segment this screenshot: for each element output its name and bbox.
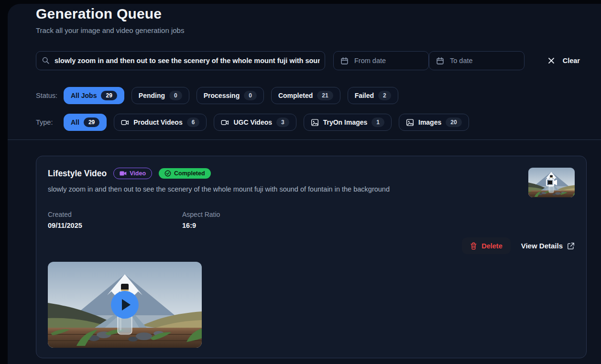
chip-count-badge: 1: [372, 118, 384, 127]
chip-count-badge: 3: [276, 118, 289, 127]
chip-count-badge: 6: [187, 118, 200, 127]
chip-label: UGC Videos: [233, 118, 272, 126]
delete-button[interactable]: Delete: [462, 237, 511, 254]
search-icon: [42, 56, 50, 64]
job-meta: Created 09/11/2025 Aspect Ratio 16:9: [48, 211, 575, 229]
delete-label: Delete: [481, 242, 503, 250]
status-filter-row: Status: All Jobs 29 Pending 0 Processing…: [36, 87, 587, 104]
chip-label: Product Videos: [133, 118, 182, 126]
to-date-input[interactable]: To date: [429, 51, 525, 70]
status-chip-failed[interactable]: Failed 2: [348, 87, 398, 104]
close-icon: [547, 57, 555, 64]
chip-count-badge: 29: [101, 91, 117, 100]
job-card: Lifestyle Video Video Completed sl: [36, 156, 587, 358]
video-icon: [221, 118, 229, 127]
job-thumbnail[interactable]: [528, 168, 575, 197]
clear-filters-button[interactable]: Clear: [547, 57, 587, 64]
video-icon: [120, 171, 127, 176]
status-chip-pending[interactable]: Pending 0: [131, 87, 189, 104]
job-title: Lifestyle Video: [48, 169, 107, 179]
external-link-icon: [567, 242, 575, 250]
type-chip-tryon-images[interactable]: TryOn Images 1: [304, 114, 392, 131]
created-label: Created: [48, 211, 182, 218]
play-icon: [122, 299, 131, 310]
video-preview[interactable]: [48, 262, 202, 348]
chip-label: All Jobs: [71, 92, 97, 99]
from-date-input[interactable]: From date: [333, 51, 429, 70]
job-description: slowly zoom in and then out to see the s…: [48, 185, 575, 193]
video-overlay-icon: [546, 178, 557, 187]
to-date-placeholder: To date: [450, 57, 473, 64]
view-details-label: View Details: [521, 242, 563, 250]
status-chip-all-jobs[interactable]: All Jobs 29: [64, 87, 124, 104]
job-type-badge: Video: [113, 168, 152, 179]
chip-label: Images: [418, 118, 441, 126]
filter-bar: From date To date Clear: [36, 51, 587, 70]
aspect-ratio-label: Aspect Ratio: [182, 211, 317, 218]
chip-count-badge: 20: [446, 118, 461, 127]
video-icon: [121, 118, 129, 127]
calendar-icon: [340, 57, 349, 65]
job-status-badge: Completed: [159, 168, 211, 179]
type-chip-product-videos[interactable]: Product Videos 6: [114, 114, 207, 131]
page-title: Generation Queue: [36, 6, 587, 22]
check-circle-icon: [164, 170, 171, 177]
image-icon: [311, 118, 319, 127]
chip-count-badge: 29: [84, 118, 99, 127]
badge-label: Video: [130, 170, 146, 177]
chip-count-badge: 21: [317, 91, 333, 100]
status-chip-completed[interactable]: Completed 21: [271, 87, 340, 104]
search-input[interactable]: [36, 51, 325, 70]
type-chip-all[interactable]: All 29: [64, 114, 107, 131]
page-subtitle: Track all your image and video generatio…: [36, 26, 587, 34]
type-row-label: Type:: [36, 118, 64, 126]
trash-icon: [470, 242, 477, 250]
created-value: 09/11/2025: [48, 222, 182, 229]
view-details-link[interactable]: View Details: [521, 242, 575, 250]
type-chip-ugc-videos[interactable]: UGC Videos 3: [214, 114, 296, 131]
chip-label: Processing: [204, 92, 240, 99]
generation-queue-page: Generation Queue Track all your image an…: [8, 4, 601, 364]
chip-label: Completed: [278, 92, 313, 99]
chip-count-badge: 2: [378, 91, 391, 100]
search-field: [36, 51, 325, 70]
clear-label: Clear: [563, 57, 580, 64]
chip-count-badge: 0: [169, 91, 182, 100]
job-actions: Delete View Details: [462, 237, 575, 254]
chip-label: All: [71, 118, 79, 126]
chip-label: TryOn Images: [323, 118, 368, 126]
chip-label: Failed: [355, 92, 374, 99]
status-chip-processing[interactable]: Processing 0: [197, 87, 264, 104]
status-row-label: Status:: [36, 92, 64, 99]
play-button[interactable]: [111, 291, 139, 319]
type-chip-images[interactable]: Images 20: [399, 114, 469, 131]
type-filter-row: Type: All 29 Product Videos 6: [36, 114, 587, 131]
section-divider: [8, 139, 601, 140]
chip-label: Pending: [139, 92, 165, 99]
image-icon: [406, 118, 414, 127]
aspect-ratio-value: 16:9: [182, 222, 317, 229]
from-date-placeholder: From date: [354, 57, 386, 64]
badge-label: Completed: [174, 170, 205, 177]
calendar-icon: [436, 57, 444, 65]
chip-count-badge: 0: [244, 91, 257, 100]
